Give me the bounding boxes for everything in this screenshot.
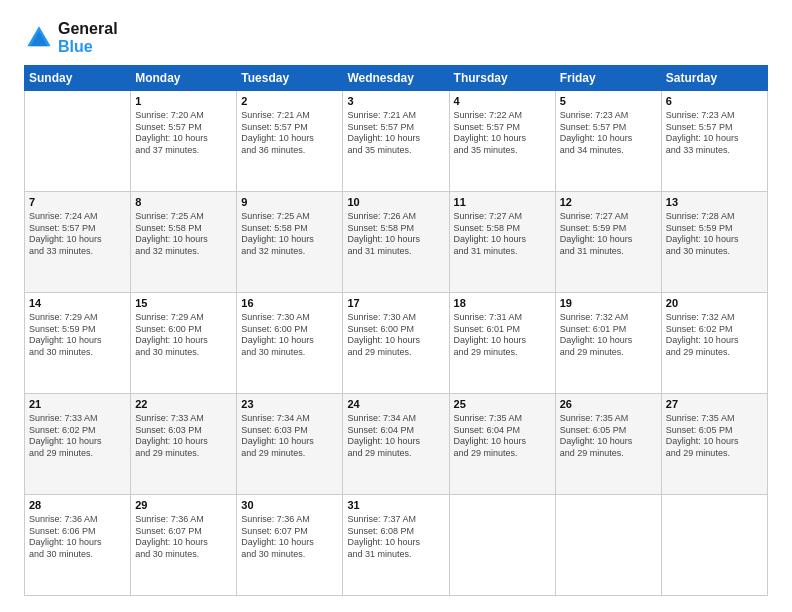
- day-number: 17: [347, 296, 444, 311]
- day-number: 31: [347, 498, 444, 513]
- calendar-cell: 23Sunrise: 7:34 AM Sunset: 6:03 PM Dayli…: [237, 394, 343, 495]
- logo-icon: [24, 23, 54, 53]
- calendar-cell: 15Sunrise: 7:29 AM Sunset: 6:00 PM Dayli…: [131, 293, 237, 394]
- day-number: 9: [241, 195, 338, 210]
- day-number: 25: [454, 397, 551, 412]
- day-number: 27: [666, 397, 763, 412]
- day-number: 30: [241, 498, 338, 513]
- day-number: 19: [560, 296, 657, 311]
- cell-info: Sunrise: 7:36 AM Sunset: 6:07 PM Dayligh…: [135, 514, 232, 561]
- day-number: 24: [347, 397, 444, 412]
- calendar-cell: 24Sunrise: 7:34 AM Sunset: 6:04 PM Dayli…: [343, 394, 449, 495]
- day-number: 6: [666, 94, 763, 109]
- cell-info: Sunrise: 7:20 AM Sunset: 5:57 PM Dayligh…: [135, 110, 232, 157]
- day-number: 3: [347, 94, 444, 109]
- calendar-week-1: 1Sunrise: 7:20 AM Sunset: 5:57 PM Daylig…: [25, 91, 768, 192]
- calendar-header-wednesday: Wednesday: [343, 66, 449, 91]
- cell-info: Sunrise: 7:34 AM Sunset: 6:03 PM Dayligh…: [241, 413, 338, 460]
- day-number: 8: [135, 195, 232, 210]
- cell-info: Sunrise: 7:23 AM Sunset: 5:57 PM Dayligh…: [560, 110, 657, 157]
- cell-info: Sunrise: 7:31 AM Sunset: 6:01 PM Dayligh…: [454, 312, 551, 359]
- calendar-cell: 9Sunrise: 7:25 AM Sunset: 5:58 PM Daylig…: [237, 192, 343, 293]
- calendar-cell: 20Sunrise: 7:32 AM Sunset: 6:02 PM Dayli…: [661, 293, 767, 394]
- calendar-cell: 3Sunrise: 7:21 AM Sunset: 5:57 PM Daylig…: [343, 91, 449, 192]
- day-number: 28: [29, 498, 126, 513]
- cell-info: Sunrise: 7:27 AM Sunset: 5:59 PM Dayligh…: [560, 211, 657, 258]
- day-number: 7: [29, 195, 126, 210]
- calendar-header-saturday: Saturday: [661, 66, 767, 91]
- calendar-cell: 31Sunrise: 7:37 AM Sunset: 6:08 PM Dayli…: [343, 495, 449, 596]
- calendar-cell: 8Sunrise: 7:25 AM Sunset: 5:58 PM Daylig…: [131, 192, 237, 293]
- cell-info: Sunrise: 7:36 AM Sunset: 6:07 PM Dayligh…: [241, 514, 338, 561]
- cell-info: Sunrise: 7:22 AM Sunset: 5:57 PM Dayligh…: [454, 110, 551, 157]
- logo: General Blue: [24, 20, 118, 55]
- cell-info: Sunrise: 7:37 AM Sunset: 6:08 PM Dayligh…: [347, 514, 444, 561]
- calendar-cell: 16Sunrise: 7:30 AM Sunset: 6:00 PM Dayli…: [237, 293, 343, 394]
- calendar-week-4: 21Sunrise: 7:33 AM Sunset: 6:02 PM Dayli…: [25, 394, 768, 495]
- cell-info: Sunrise: 7:29 AM Sunset: 5:59 PM Dayligh…: [29, 312, 126, 359]
- cell-info: Sunrise: 7:25 AM Sunset: 5:58 PM Dayligh…: [135, 211, 232, 258]
- cell-info: Sunrise: 7:34 AM Sunset: 6:04 PM Dayligh…: [347, 413, 444, 460]
- day-number: 22: [135, 397, 232, 412]
- calendar-header-friday: Friday: [555, 66, 661, 91]
- calendar-cell: [661, 495, 767, 596]
- cell-info: Sunrise: 7:30 AM Sunset: 6:00 PM Dayligh…: [241, 312, 338, 359]
- calendar-cell: 6Sunrise: 7:23 AM Sunset: 5:57 PM Daylig…: [661, 91, 767, 192]
- day-number: 29: [135, 498, 232, 513]
- calendar-cell: 18Sunrise: 7:31 AM Sunset: 6:01 PM Dayli…: [449, 293, 555, 394]
- calendar-week-3: 14Sunrise: 7:29 AM Sunset: 5:59 PM Dayli…: [25, 293, 768, 394]
- calendar-cell: 1Sunrise: 7:20 AM Sunset: 5:57 PM Daylig…: [131, 91, 237, 192]
- cell-info: Sunrise: 7:26 AM Sunset: 5:58 PM Dayligh…: [347, 211, 444, 258]
- calendar-week-5: 28Sunrise: 7:36 AM Sunset: 6:06 PM Dayli…: [25, 495, 768, 596]
- cell-info: Sunrise: 7:25 AM Sunset: 5:58 PM Dayligh…: [241, 211, 338, 258]
- cell-info: Sunrise: 7:35 AM Sunset: 6:04 PM Dayligh…: [454, 413, 551, 460]
- calendar-cell: [555, 495, 661, 596]
- day-number: 14: [29, 296, 126, 311]
- day-number: 18: [454, 296, 551, 311]
- calendar-cell: 13Sunrise: 7:28 AM Sunset: 5:59 PM Dayli…: [661, 192, 767, 293]
- calendar-cell: [25, 91, 131, 192]
- calendar-week-2: 7Sunrise: 7:24 AM Sunset: 5:57 PM Daylig…: [25, 192, 768, 293]
- cell-info: Sunrise: 7:21 AM Sunset: 5:57 PM Dayligh…: [347, 110, 444, 157]
- cell-info: Sunrise: 7:29 AM Sunset: 6:00 PM Dayligh…: [135, 312, 232, 359]
- cell-info: Sunrise: 7:35 AM Sunset: 6:05 PM Dayligh…: [666, 413, 763, 460]
- calendar-cell: 26Sunrise: 7:35 AM Sunset: 6:05 PM Dayli…: [555, 394, 661, 495]
- calendar-cell: 29Sunrise: 7:36 AM Sunset: 6:07 PM Dayli…: [131, 495, 237, 596]
- day-number: 2: [241, 94, 338, 109]
- day-number: 11: [454, 195, 551, 210]
- calendar-cell: 12Sunrise: 7:27 AM Sunset: 5:59 PM Dayli…: [555, 192, 661, 293]
- calendar-header-monday: Monday: [131, 66, 237, 91]
- calendar-cell: 25Sunrise: 7:35 AM Sunset: 6:04 PM Dayli…: [449, 394, 555, 495]
- day-number: 23: [241, 397, 338, 412]
- cell-info: Sunrise: 7:32 AM Sunset: 6:01 PM Dayligh…: [560, 312, 657, 359]
- calendar-cell: 11Sunrise: 7:27 AM Sunset: 5:58 PM Dayli…: [449, 192, 555, 293]
- cell-info: Sunrise: 7:30 AM Sunset: 6:00 PM Dayligh…: [347, 312, 444, 359]
- calendar-cell: 7Sunrise: 7:24 AM Sunset: 5:57 PM Daylig…: [25, 192, 131, 293]
- day-number: 4: [454, 94, 551, 109]
- cell-info: Sunrise: 7:32 AM Sunset: 6:02 PM Dayligh…: [666, 312, 763, 359]
- calendar-table: SundayMondayTuesdayWednesdayThursdayFrid…: [24, 65, 768, 596]
- cell-info: Sunrise: 7:33 AM Sunset: 6:02 PM Dayligh…: [29, 413, 126, 460]
- calendar-cell: 30Sunrise: 7:36 AM Sunset: 6:07 PM Dayli…: [237, 495, 343, 596]
- cell-info: Sunrise: 7:33 AM Sunset: 6:03 PM Dayligh…: [135, 413, 232, 460]
- day-number: 13: [666, 195, 763, 210]
- calendar-cell: 10Sunrise: 7:26 AM Sunset: 5:58 PM Dayli…: [343, 192, 449, 293]
- day-number: 1: [135, 94, 232, 109]
- day-number: 21: [29, 397, 126, 412]
- day-number: 12: [560, 195, 657, 210]
- calendar-cell: 14Sunrise: 7:29 AM Sunset: 5:59 PM Dayli…: [25, 293, 131, 394]
- cell-info: Sunrise: 7:27 AM Sunset: 5:58 PM Dayligh…: [454, 211, 551, 258]
- calendar-header-tuesday: Tuesday: [237, 66, 343, 91]
- day-number: 26: [560, 397, 657, 412]
- calendar-cell: 21Sunrise: 7:33 AM Sunset: 6:02 PM Dayli…: [25, 394, 131, 495]
- day-number: 20: [666, 296, 763, 311]
- calendar-header-row: SundayMondayTuesdayWednesdayThursdayFrid…: [25, 66, 768, 91]
- calendar-cell: 17Sunrise: 7:30 AM Sunset: 6:00 PM Dayli…: [343, 293, 449, 394]
- calendar-cell: 22Sunrise: 7:33 AM Sunset: 6:03 PM Dayli…: [131, 394, 237, 495]
- calendar-header-sunday: Sunday: [25, 66, 131, 91]
- logo-text: General Blue: [58, 20, 118, 55]
- cell-info: Sunrise: 7:23 AM Sunset: 5:57 PM Dayligh…: [666, 110, 763, 157]
- calendar-header-thursday: Thursday: [449, 66, 555, 91]
- day-number: 15: [135, 296, 232, 311]
- calendar-cell: 28Sunrise: 7:36 AM Sunset: 6:06 PM Dayli…: [25, 495, 131, 596]
